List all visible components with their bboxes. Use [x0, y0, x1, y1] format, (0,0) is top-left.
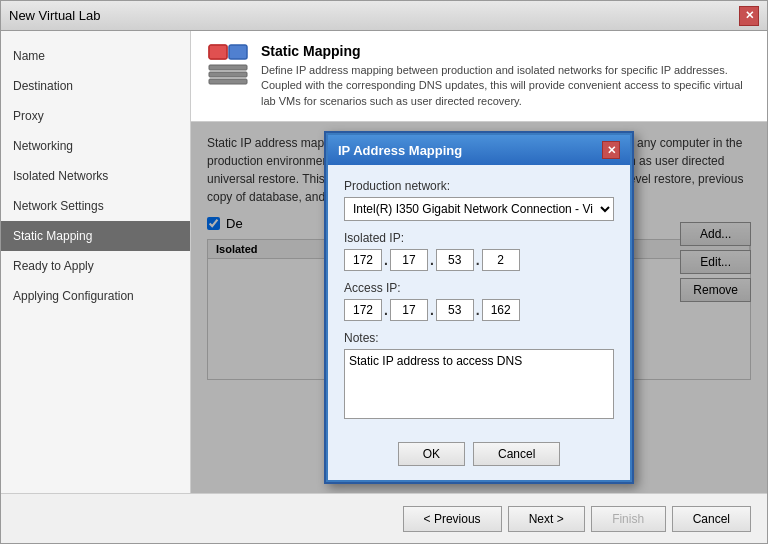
main-content: Static Mapping Define IP address mapping… [191, 31, 767, 493]
modal-close-button[interactable]: ✕ [602, 141, 620, 159]
access-ip-field: Access IP: . . . [344, 281, 614, 321]
svg-rect-0 [209, 45, 227, 59]
header-text: Static Mapping Define IP address mapping… [261, 43, 751, 109]
svg-rect-2 [229, 45, 247, 59]
modal-body: Production network: Intel(R) I350 Gigabi… [328, 165, 630, 480]
sidebar-item-proxy[interactable]: Proxy [1, 101, 190, 131]
cancel-modal-button[interactable]: Cancel [473, 442, 560, 466]
notes-label: Notes: [344, 331, 614, 345]
isolated-ip-field: Isolated IP: . . . [344, 231, 614, 271]
dot6: . [476, 302, 480, 318]
main-window: New Virtual Lab ✕ NameDestinationProxyNe… [0, 0, 768, 544]
isolated-ip-row: . . . [344, 249, 614, 271]
access-ip-label: Access IP: [344, 281, 614, 295]
svg-rect-4 [209, 72, 247, 77]
sidebar-item-ready-to-apply[interactable]: Ready to Apply [1, 251, 190, 281]
notes-textarea[interactable] [344, 349, 614, 419]
sidebar-item-static-mapping[interactable]: Static Mapping [1, 221, 190, 251]
sidebar-item-applying-configuration[interactable]: Applying Configuration [1, 281, 190, 311]
header-description: Define IP address mapping between produc… [261, 63, 751, 109]
header-title: Static Mapping [261, 43, 751, 59]
title-bar: New Virtual Lab ✕ [1, 1, 767, 31]
next-button[interactable]: Next > [508, 506, 585, 532]
isolated-ip-c[interactable] [436, 249, 474, 271]
dot2: . [430, 252, 434, 268]
window-close-button[interactable]: ✕ [739, 6, 759, 26]
window-title: New Virtual Lab [9, 8, 101, 23]
isolated-ip-label: Isolated IP: [344, 231, 614, 245]
dot5: . [430, 302, 434, 318]
previous-button[interactable]: < Previous [403, 506, 502, 532]
isolated-ip-d[interactable] [482, 249, 520, 271]
footer: < Previous Next > Finish Cancel [1, 493, 767, 543]
sidebar-item-destination[interactable]: Destination [1, 71, 190, 101]
production-network-field: Production network: Intel(R) I350 Gigabi… [344, 179, 614, 221]
header-icon [207, 43, 249, 85]
sidebar-item-network-settings[interactable]: Network Settings [1, 191, 190, 221]
svg-rect-3 [209, 65, 247, 70]
cancel-button[interactable]: Cancel [672, 506, 751, 532]
sidebar-item-name[interactable]: Name [1, 41, 190, 71]
access-ip-b[interactable] [390, 299, 428, 321]
header-section: Static Mapping Define IP address mapping… [191, 31, 767, 122]
content-area: NameDestinationProxyNetworkingIsolated N… [1, 31, 767, 493]
page-content: Static IP address mapping makes correspo… [191, 122, 767, 493]
access-ip-d[interactable] [482, 299, 520, 321]
ok-button[interactable]: OK [398, 442, 465, 466]
modal-title: IP Address Mapping [338, 143, 462, 158]
modal-title-bar: IP Address Mapping ✕ [328, 135, 630, 165]
finish-button[interactable]: Finish [591, 506, 666, 532]
access-ip-row: . . . [344, 299, 614, 321]
production-network-label: Production network: [344, 179, 614, 193]
isolated-ip-a[interactable] [344, 249, 382, 271]
dot4: . [384, 302, 388, 318]
production-network-select[interactable]: Intel(R) I350 Gigabit Network Connection… [344, 197, 614, 221]
isolated-ip-b[interactable] [390, 249, 428, 271]
dot3: . [476, 252, 480, 268]
svg-rect-5 [209, 79, 247, 84]
modal-footer: OK Cancel [344, 432, 614, 466]
ip-address-mapping-dialog: IP Address Mapping ✕ Production network:… [324, 131, 634, 484]
sidebar: NameDestinationProxyNetworkingIsolated N… [1, 31, 191, 493]
sidebar-item-networking[interactable]: Networking [1, 131, 190, 161]
access-ip-c[interactable] [436, 299, 474, 321]
notes-field: Notes: [344, 331, 614, 422]
sidebar-item-isolated-networks[interactable]: Isolated Networks [1, 161, 190, 191]
access-ip-a[interactable] [344, 299, 382, 321]
dot1: . [384, 252, 388, 268]
modal-overlay: IP Address Mapping ✕ Production network:… [191, 122, 767, 493]
